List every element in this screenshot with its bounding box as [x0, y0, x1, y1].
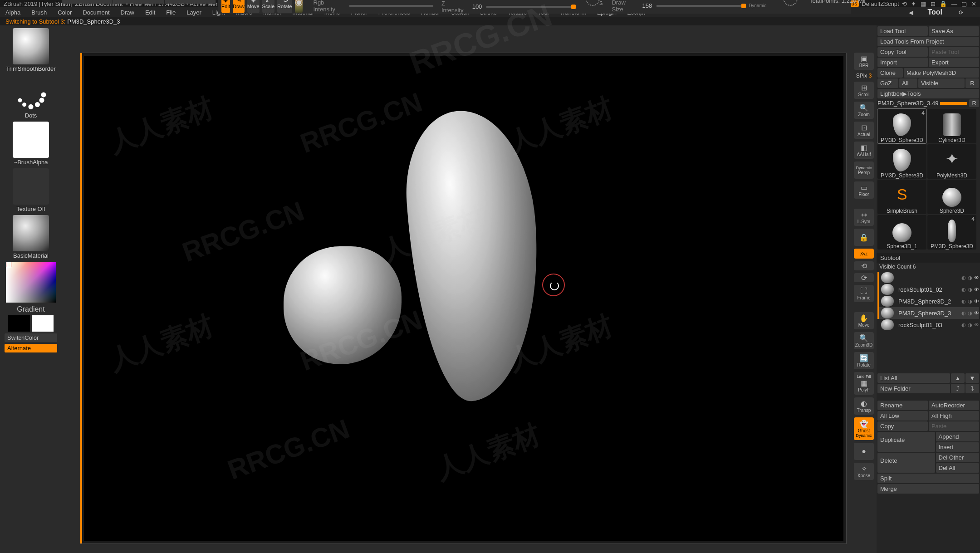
zoom-button[interactable]: 🔍Zoom: [854, 102, 874, 119]
movedown-button[interactable]: ⤵: [965, 384, 979, 393]
actual-button[interactable]: ⊡Actual: [854, 122, 874, 139]
stroke-thumb[interactable]: [13, 75, 49, 111]
delother-button[interactable]: Del Other: [936, 453, 979, 462]
goz-visible-button[interactable]: Visible: [918, 78, 965, 88]
icon[interactable]: ⊞: [931, 0, 936, 7]
polyf-button[interactable]: Line Fill▦PolyF: [854, 372, 874, 395]
focal-dial[interactable]: S: [586, 0, 600, 6]
persp-button[interactable]: DynamicPersp: [854, 161, 874, 179]
size-dial[interactable]: [783, 0, 798, 6]
rotate3d-button[interactable]: 🔄Rotate: [854, 352, 874, 369]
menu-file[interactable]: File: [166, 9, 176, 16]
tool-thumb[interactable]: Sphere3D: [927, 180, 976, 214]
close-icon[interactable]: ✕: [971, 0, 976, 7]
menu-brush[interactable]: Brush: [31, 9, 47, 16]
menu-document[interactable]: Document: [83, 9, 109, 16]
minimize-icon[interactable]: —: [951, 0, 957, 7]
rgbint-slider[interactable]: [349, 5, 433, 7]
edit-button[interactable]: ✥Edit: [221, 0, 230, 13]
rotate-button[interactable]: ⟲Rotate: [277, 0, 292, 13]
icon[interactable]: ✦: [911, 0, 916, 7]
paste-button[interactable]: Paste: [929, 421, 979, 431]
down-arrow-button[interactable]: ▼: [965, 373, 979, 383]
save-as-button[interactable]: Save As: [929, 26, 979, 36]
primary-color[interactable]: [32, 315, 54, 332]
append-button[interactable]: Append: [936, 432, 979, 441]
subtool-item-active[interactable]: PM3D_Sphere3D_3◐◑👁: [877, 307, 979, 319]
load-tool-button[interactable]: Load Tool: [877, 26, 928, 36]
subtool-item[interactable]: rockSculpt01_03◐◑👁: [877, 319, 979, 331]
copy-button[interactable]: Copy: [877, 421, 928, 431]
maximize-icon[interactable]: ▢: [961, 0, 967, 7]
switchcolor-button[interactable]: SwitchColor: [5, 333, 57, 342]
duplicate-button[interactable]: Duplicate: [877, 432, 935, 452]
aahalf-button[interactable]: ◧AAHalf: [854, 142, 874, 159]
bpr-button[interactable]: ▣BPR: [854, 53, 874, 70]
merge-button[interactable]: Merge: [877, 484, 979, 494]
tool-thumb[interactable]: 4PM3D_Sphere3D: [877, 109, 926, 143]
tool-slider[interactable]: [940, 102, 967, 105]
goz-button[interactable]: GoZ: [877, 78, 898, 88]
split-button[interactable]: Split: [877, 474, 979, 483]
load-from-project-button[interactable]: Load Tools From Project: [877, 37, 979, 46]
menu-layer[interactable]: Layer: [186, 9, 201, 16]
menu-edit[interactable]: Edit: [145, 9, 155, 16]
scroll-button[interactable]: ⊞Scroll: [854, 82, 874, 99]
ghost-button[interactable]: 👻GhostDynamic: [854, 417, 874, 440]
listall-button[interactable]: List All: [877, 373, 950, 383]
color-picker[interactable]: [6, 262, 56, 303]
tool-panel-header[interactable]: Tool: [927, 8, 942, 16]
rename-button[interactable]: Rename: [877, 401, 928, 410]
move3d-button[interactable]: ✋Move: [854, 312, 874, 329]
alpha-thumb[interactable]: [13, 122, 49, 158]
alternate-button[interactable]: Alternate: [5, 344, 57, 352]
tool-thumb[interactable]: SSimpleBrush: [877, 180, 926, 214]
paste-tool-button[interactable]: Paste Tool: [929, 47, 979, 57]
rot-y-button[interactable]: ⟲: [854, 261, 874, 270]
up-arrow-button[interactable]: ▲: [951, 373, 965, 383]
menu-color[interactable]: Color: [58, 9, 72, 16]
subtool-item[interactable]: ◐◑👁: [877, 272, 979, 284]
lock-button[interactable]: 🔒: [854, 229, 874, 246]
icon[interactable]: ▦: [921, 0, 926, 7]
xyz-button[interactable]: Xyz: [854, 249, 874, 259]
floor-button[interactable]: ▭Floor: [854, 181, 874, 199]
frame-button[interactable]: ⛶Frame: [854, 285, 874, 302]
pin-icon[interactable]: 🔒: [940, 0, 947, 7]
drawsize-slider[interactable]: [657, 5, 744, 7]
gizmo-button[interactable]: ◉: [295, 0, 303, 13]
xpose-button[interactable]: ✧Xpose: [854, 463, 874, 480]
rot-z-button[interactable]: ⟳: [854, 273, 874, 282]
menu-alpha[interactable]: Alpha: [5, 9, 20, 16]
material-thumb[interactable]: [13, 215, 49, 251]
dynamic-toggle[interactable]: Dynamic: [749, 3, 771, 8]
transp-button[interactable]: ◐Transp: [854, 397, 874, 415]
export-button[interactable]: Export: [929, 58, 979, 67]
tool-thumb[interactable]: ✦PolyMesh3D: [927, 144, 976, 179]
refresh-icon[interactable]: ⟳: [959, 9, 964, 16]
texture-thumb[interactable]: [13, 168, 49, 205]
alllow-button[interactable]: All Low: [877, 411, 928, 421]
goz-r-button[interactable]: R: [965, 78, 979, 88]
copy-tool-button[interactable]: Copy Tool: [877, 47, 928, 57]
allhigh-button[interactable]: All High: [929, 411, 979, 421]
subtool-header[interactable]: Subtool: [877, 253, 980, 263]
move-button[interactable]: ✥Move: [247, 0, 260, 13]
brush-thumb[interactable]: [13, 28, 49, 64]
tab-home[interactable]: Home Page: [62, 0, 113, 4]
lightbox-tools-button[interactable]: Lightbox▶Tools: [877, 89, 979, 98]
solo-button[interactable]: ●: [854, 443, 874, 460]
delete-button[interactable]: Delete: [877, 453, 935, 473]
icon[interactable]: ⟲: [902, 0, 907, 7]
draw-button[interactable]: ✎Draw: [233, 0, 245, 13]
clone-button[interactable]: Clone: [877, 68, 903, 78]
panel-close-icon[interactable]: ◀: [909, 9, 913, 16]
moveup-button[interactable]: ⤴: [951, 384, 965, 393]
tab-liveboolean[interactable]: Live Boolean: [165, 0, 216, 4]
zint-slider[interactable]: [486, 6, 573, 8]
menu-draw[interactable]: Draw: [121, 9, 134, 16]
scale-button[interactable]: ⤢Scale: [262, 0, 275, 13]
goz-all-button[interactable]: All: [899, 78, 917, 88]
tool-thumb[interactable]: Cylinder3D: [927, 109, 976, 143]
tool-thumb[interactable]: 4PM3D_Sphere3D: [927, 215, 976, 250]
